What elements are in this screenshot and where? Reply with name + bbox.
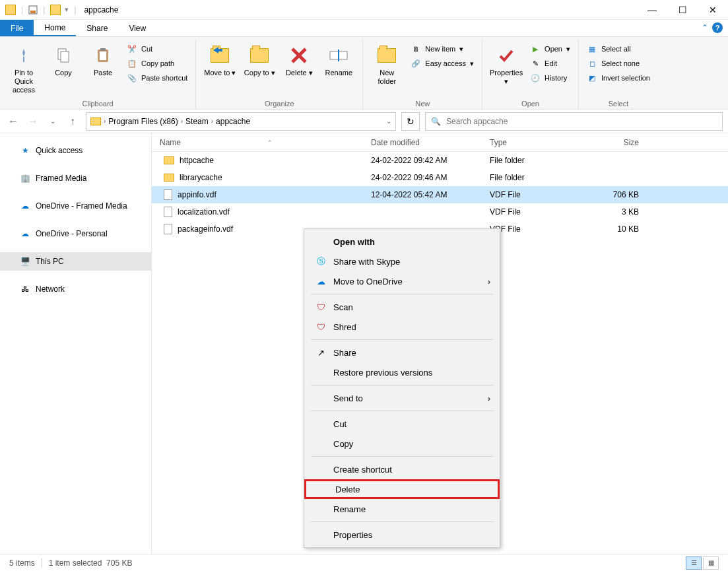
file-type: VDF File — [482, 207, 581, 217]
svg-rect-7 — [100, 48, 106, 51]
ribbon-group-clipboard: Pin to Quick access Copy Paste ✂️Cut 📋Co… — [0, 40, 196, 109]
folder-title-icon — [50, 5, 61, 15]
select-all-button[interactable]: ▦Select all — [584, 42, 653, 55]
cm-create-shortcut[interactable]: Create shortcut — [304, 459, 500, 479]
status-bar: 5 items 1 item selected 705 KB ☰ ▦ — [0, 554, 728, 571]
ribbon-group-organize: Move to ▾ Copy to ▾ Delete ▾ Rename Orga… — [196, 40, 363, 109]
properties-button[interactable]: Properties ▾ — [488, 42, 525, 88]
view-thumbnails-button[interactable]: ▦ — [703, 556, 719, 570]
col-header-name[interactable]: Name⌃ — [152, 138, 363, 147]
file-size: 10 KB — [581, 224, 647, 234]
file-name: appinfo.vdf — [178, 190, 216, 199]
file-name: librarycache — [180, 173, 222, 182]
sidebar-item-this-pc[interactable]: 🖥️ This PC — [0, 252, 151, 271]
edit-button[interactable]: ✎Edit — [527, 57, 573, 70]
pc-icon: 🖥️ — [20, 256, 30, 267]
search-input[interactable] — [446, 117, 717, 126]
easy-access-button[interactable]: 🔗Easy access ▾ — [408, 57, 477, 70]
cm-cut[interactable]: Cut — [304, 414, 500, 434]
cm-onedrive[interactable]: ☁Move to OneDrive› — [304, 271, 500, 291]
tab-view[interactable]: View — [118, 20, 156, 36]
file-row[interactable]: httpcache24-02-2022 09:42 AMFile folder — [152, 152, 728, 169]
search-box[interactable]: 🔍 — [425, 112, 723, 131]
ribbon-group-open: Properties ▾ ▶Open ▾ ✎Edit 🕘History Open — [482, 40, 579, 109]
col-header-type[interactable]: Type — [482, 138, 581, 147]
folder-small-icon — [5, 5, 16, 15]
crumb-0: Program Files (x86) — [108, 117, 178, 126]
sidebar-item-onedrive-personal[interactable]: ☁ OneDrive - Personal — [0, 224, 151, 243]
help-icon[interactable]: ? — [712, 22, 723, 33]
cloud-icon: ☁ — [20, 201, 30, 211]
col-header-size[interactable]: Size — [581, 138, 647, 147]
ribbon: Pin to Quick access Copy Paste ✂️Cut 📋Co… — [0, 37, 728, 110]
sidebar: ★ Quick access 🏢 Framed Media ☁ OneDrive… — [0, 133, 152, 554]
ribbon-group-select: ▦Select all ◻Select none ◩Invert selecti… — [579, 40, 658, 109]
svg-rect-4 — [61, 51, 69, 62]
minimize-button[interactable]: — — [637, 0, 667, 20]
status-selected: 1 item selected — [49, 558, 102, 568]
sidebar-item-quick-access[interactable]: ★ Quick access — [0, 141, 151, 160]
file-type: VDF File — [482, 190, 581, 199]
history-button[interactable]: 🕘History — [527, 71, 573, 84]
file-row[interactable]: librarycache24-02-2022 09:46 AMFile fold… — [152, 169, 728, 186]
breadcrumb-dropdown[interactable]: ⌄ — [386, 118, 391, 125]
invert-selection-button[interactable]: ◩Invert selection — [584, 71, 653, 84]
nav-bar: ← → ⌄ ↑ › Program Files (x86) › Steam › … — [0, 110, 728, 133]
move-to-button[interactable]: Move to ▾ — [201, 42, 238, 80]
cm-open-with[interactable]: Open with — [304, 232, 500, 252]
sidebar-item-framed-media[interactable]: 🏢 Framed Media — [0, 169, 151, 187]
file-icon — [164, 207, 172, 217]
rename-button[interactable]: Rename — [320, 42, 357, 80]
close-button[interactable]: ✕ — [698, 0, 728, 20]
save-icon[interactable] — [28, 5, 38, 15]
file-date: 12-04-2022 05:42 AM — [363, 190, 482, 199]
tab-share[interactable]: Share — [76, 20, 118, 36]
breadcrumb[interactable]: › Program Files (x86) › Steam › appcache… — [86, 112, 396, 131]
up-button[interactable]: ↑ — [65, 114, 81, 129]
cm-restore[interactable]: Restore previous versions — [304, 362, 500, 382]
file-name: packageinfo.vdf — [178, 224, 233, 234]
pin-quick-access-button[interactable]: Pin to Quick access — [5, 42, 42, 98]
paste-shortcut-button[interactable]: 📎Paste shortcut — [124, 71, 190, 84]
cm-copy[interactable]: Copy — [304, 434, 500, 453]
tab-file[interactable]: File — [0, 20, 34, 36]
folder-icon — [164, 174, 174, 182]
select-none-button[interactable]: ◻Select none — [584, 57, 653, 70]
cm-scan[interactable]: 🛡Scan — [304, 297, 500, 317]
sidebar-item-network[interactable]: 🖧 Network — [0, 280, 151, 298]
sidebar-item-onedrive-framed[interactable]: ☁ OneDrive - Framed Media — [0, 197, 151, 215]
cm-send-to[interactable]: Send to› — [304, 388, 500, 408]
window-title: appcache — [84, 5, 118, 15]
cm-properties[interactable]: Properties — [304, 525, 500, 545]
cm-skype[interactable]: ⓈShare with Skype — [304, 252, 500, 271]
copy-button[interactable]: Copy — [45, 42, 82, 80]
view-details-button[interactable]: ☰ — [686, 556, 702, 570]
maximize-button[interactable]: ☐ — [667, 0, 698, 20]
file-date: 24-02-2022 09:46 AM — [363, 173, 482, 182]
file-type: File folder — [482, 173, 581, 182]
paste-button[interactable]: Paste — [84, 42, 121, 80]
back-button[interactable]: ← — [5, 114, 21, 129]
cm-rename[interactable]: Rename — [304, 499, 500, 519]
ribbon-toggle-icon[interactable]: ⌃ — [702, 23, 708, 32]
folder-icon — [164, 156, 174, 164]
file-row[interactable]: localization.vdfVDF File3 KB — [152, 203, 728, 220]
file-row[interactable]: appinfo.vdf12-04-2022 05:42 AMVDF File70… — [152, 186, 728, 203]
title-bar: | | ▾ | appcache — ☐ ✕ — [0, 0, 728, 20]
new-folder-button[interactable]: New folder — [368, 42, 405, 88]
forward-button[interactable]: → — [25, 114, 41, 129]
refresh-button[interactable]: ↻ — [401, 112, 420, 131]
cm-delete[interactable]: Delete — [304, 479, 500, 499]
cm-shred[interactable]: 🛡Shred — [304, 317, 500, 337]
copy-to-button[interactable]: Copy to ▾ — [241, 42, 278, 80]
cm-share[interactable]: ↗Share — [304, 343, 500, 362]
open-button[interactable]: ▶Open ▾ — [527, 42, 573, 55]
tab-home[interactable]: Home — [34, 20, 76, 36]
cut-button[interactable]: ✂️Cut — [124, 42, 190, 55]
delete-button[interactable]: Delete ▾ — [281, 42, 317, 80]
recent-locations-button[interactable]: ⌄ — [45, 114, 61, 129]
new-item-button[interactable]: 🗎New item ▾ — [408, 42, 477, 55]
menu-tabs: File Home Share View ⌃ ? — [0, 20, 728, 37]
col-header-date[interactable]: Date modified — [363, 138, 482, 147]
copy-path-button[interactable]: 📋Copy path — [124, 57, 190, 70]
